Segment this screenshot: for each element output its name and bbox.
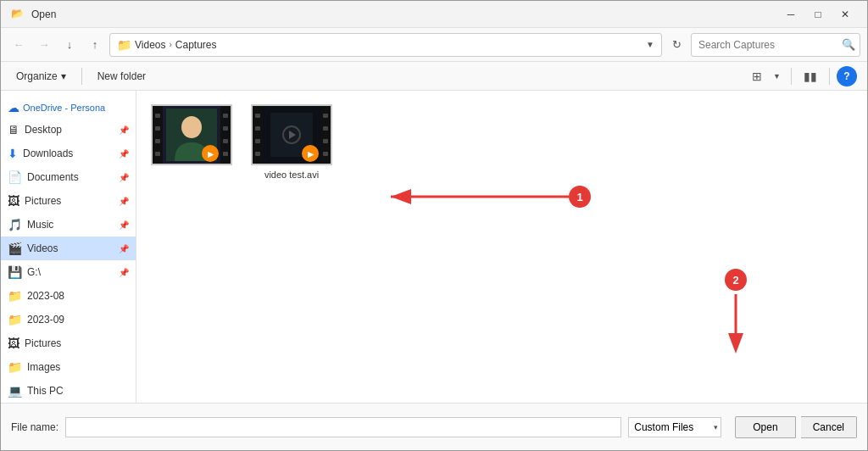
pictures-icon: 🖼	[8, 194, 19, 208]
pin-icon-desktop: 📌	[119, 125, 129, 135]
film-hole	[255, 152, 260, 156]
help-button[interactable]: ?	[837, 66, 857, 86]
search-wrapper: 🔍	[691, 33, 860, 57]
images-icon: 📁	[8, 360, 22, 374]
sidebar: ☁ OneDrive - Persona 🖥 Desktop 📌 ⬇ Downl…	[1, 91, 136, 403]
sidebar-item-pictures-label: Pictures	[25, 195, 114, 207]
sidebar-item-pictures2[interactable]: 🖼 Pictures	[1, 331, 136, 355]
sidebar-item-pictures[interactable]: 🖼 Pictures 📌	[1, 189, 136, 213]
view-dropdown-button[interactable]: ▼	[772, 66, 784, 86]
sidebar-item-pictures2-label: Pictures	[25, 337, 129, 349]
filetype-dropdown-wrapper: Custom Files ▾	[628, 417, 721, 437]
search-icon[interactable]: 🔍	[842, 38, 855, 51]
film-hole	[155, 152, 160, 156]
filename-input[interactable]	[65, 417, 621, 437]
organize-label: Organize	[16, 70, 58, 82]
file-area-wrapper: ▶	[136, 91, 867, 403]
filename-label: File name:	[11, 421, 58, 433]
vlc-badge-2: ▶	[302, 145, 319, 162]
new-folder-button[interactable]: New folder	[92, 66, 151, 86]
pictures2-icon: 🖼	[8, 337, 19, 350]
this-pc-icon: 💻	[8, 384, 22, 398]
organize-button[interactable]: Organize ▾	[11, 66, 71, 86]
search-input[interactable]	[691, 33, 860, 57]
sidebar-item-downloads[interactable]: ⬇ Downloads 📌	[1, 142, 136, 165]
film-hole	[255, 126, 260, 131]
toolbar: Organize ▾ New folder ⊞ ▼ ▮▮ ?	[1, 62, 867, 91]
breadcrumb[interactable]: 📁 Videos › Captures ▼	[109, 33, 662, 57]
breadcrumb-captures: Captures	[175, 39, 217, 51]
sidebar-item-this-pc[interactable]: 💻 This PC	[1, 379, 136, 403]
file-thumbnail-2: ▶	[251, 104, 332, 165]
svg-point-1	[181, 116, 202, 138]
close-button[interactable]: ✕	[833, 6, 857, 23]
sidebar-item-videos[interactable]: 🎬 Videos 📌	[1, 237, 136, 260]
sidebar-item-images-label: Images	[27, 361, 129, 373]
film-hole	[323, 139, 328, 143]
sidebar-item-desktop[interactable]: 🖥 Desktop 📌	[1, 118, 136, 142]
sidebar-item-documents-label: Documents	[27, 171, 114, 183]
sidebar-item-music[interactable]: 🎵 Music 📌	[1, 213, 136, 237]
down-button[interactable]: ↓	[58, 34, 81, 56]
film-strip-left-2	[253, 106, 263, 164]
file-name-2: video test.avi	[264, 169, 319, 181]
organize-arrow: ▾	[61, 70, 66, 82]
annotation-circle-2: 2	[725, 269, 747, 291]
back-button[interactable]: ←	[8, 34, 30, 56]
list-item[interactable]: ▶	[147, 101, 236, 184]
film-hole	[255, 114, 260, 118]
vlc-badge-1: ▶	[202, 145, 219, 162]
pin-icon-videos: 📌	[119, 244, 129, 253]
sidebar-item-2023-09[interactable]: 📁 2023-09	[1, 308, 136, 331]
pin-icon-gdrive: 📌	[119, 268, 129, 277]
sidebar-item-2023-08[interactable]: 📁 2023-08	[1, 284, 136, 308]
film-hole	[155, 126, 160, 131]
film-hole	[223, 114, 228, 118]
view-icon: ⊞	[752, 70, 762, 83]
dialog-title: Open	[31, 8, 56, 20]
folder-icon: 📁	[117, 38, 131, 52]
action-buttons: Open Cancel	[735, 416, 857, 438]
film-hole	[323, 126, 328, 131]
gdrive-icon: 💾	[8, 265, 22, 279]
sidebar-item-documents[interactable]: 📄 Documents 📌	[1, 165, 136, 189]
sidebar-item-images[interactable]: 📁 Images	[1, 355, 136, 379]
view-toggle-button[interactable]: ⊞	[745, 66, 769, 86]
file-grid: ▶	[147, 101, 857, 184]
cancel-button[interactable]: Cancel	[801, 416, 857, 438]
up-button[interactable]: ↑	[84, 34, 106, 56]
file-area: ▶	[136, 91, 867, 194]
onedrive-label: OneDrive - Persona	[23, 103, 105, 113]
film-hole	[155, 139, 160, 143]
minimize-button[interactable]: ─	[779, 6, 803, 23]
main-content: ☁ OneDrive - Persona 🖥 Desktop 📌 ⬇ Downl…	[1, 91, 867, 403]
pin-icon-downloads: 📌	[119, 149, 129, 159]
film-strip-right-1	[220, 106, 231, 164]
nav-bar: ← → ↓ ↑ 📁 Videos › Captures ▼ ↻ 🔍	[1, 28, 867, 62]
toolbar-sep3	[829, 68, 830, 85]
thumb-dark-content: ▶	[253, 106, 331, 164]
sidebar-item-2023-08-label: 2023-08	[27, 290, 129, 302]
open-dialog: 📂 Open ─ □ ✕ ← → ↓ ↑ 📁 Videos › Captures…	[0, 0, 868, 451]
music-icon: 🎵	[8, 218, 22, 231]
sidebar-item-this-pc-label: This PC	[27, 385, 129, 397]
refresh-button[interactable]: ↻	[665, 34, 687, 56]
annotation-arrow-2-svg	[715, 294, 757, 354]
pane-toggle-button[interactable]: ▮▮	[798, 66, 822, 86]
title-bar: 📂 Open ─ □ ✕	[1, 1, 867, 28]
breadcrumb-dropdown-button[interactable]: ▼	[646, 40, 654, 49]
sidebar-item-gdrive-label: G:\	[27, 266, 114, 278]
dialog-icon: 📂	[11, 8, 25, 21]
forward-button[interactable]: →	[33, 34, 55, 56]
bottom-bar: File name: Custom Files ▾ Open Cancel	[1, 403, 867, 450]
breadcrumb-separator: ›	[169, 40, 171, 49]
filetype-select[interactable]: Custom Files	[628, 417, 721, 437]
list-item[interactable]: ▶ video test.avi	[247, 101, 337, 184]
toolbar-separator	[81, 68, 82, 85]
film-hole	[223, 126, 228, 131]
maximize-button[interactable]: □	[806, 6, 830, 23]
sidebar-item-gdrive[interactable]: 💾 G:\ 📌	[1, 260, 136, 284]
open-button[interactable]: Open	[735, 416, 795, 438]
annotation-2-group: 2	[715, 294, 757, 356]
film-hole	[223, 139, 228, 143]
